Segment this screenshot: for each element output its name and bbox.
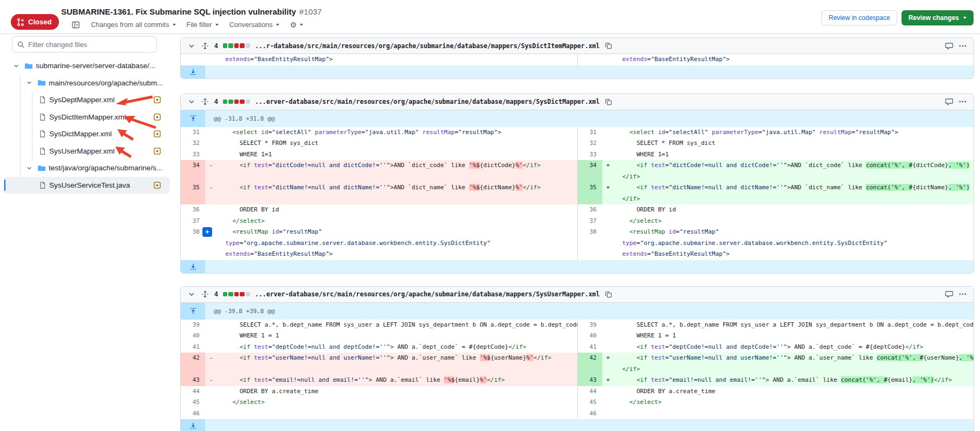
collapse-file-chevron-icon[interactable] [187,97,196,106]
line-number: 45 [181,397,205,408]
diff-line-right: 40 WHERE 1 = 1 [577,330,974,342]
code-line: <if test="dictCode!=null and dictCode!='… [615,160,974,171]
chevron-down-icon[interactable] [24,79,35,86]
code-cell: ORDER BY id [217,204,577,216]
kebab-menu-button[interactable] [958,290,967,299]
diff-card: 4...erver-database/src/main/resources/or… [180,286,974,431]
tree-item-file[interactable]: SysUserServiceTest.java [3,177,170,194]
diff-square-del [234,292,239,297]
tree-item-folder[interactable]: test/java/org/apache/submarine/s... [3,160,170,177]
code-line [615,408,974,420]
tree-item-folder[interactable]: main/resources/org/apache/subm... [3,75,170,92]
modified-file-icon [152,113,162,121]
tree-item-file[interactable]: SysDeptMapper.xml [3,91,170,109]
folder-icon [36,164,47,173]
tree-item-folder[interactable]: submarine-server/server-database/... [3,57,170,75]
review-in-codespace-button[interactable]: Review in codespace [821,10,897,25]
code-line: type="org.apache.submarine.server.databa… [218,238,577,249]
code-line: SELECT * FROM sys_dict [218,138,577,149]
code-line: <if test="dictName!=null and dictName!='… [218,182,577,194]
diff-line-right: type="org.apache.submarine.server.databa… [577,238,974,249]
diff-line-left: type="org.apache.submarine.server.databa… [181,238,577,249]
diff-line-right: extends="BaseEntityResultMap"> [577,249,974,260]
code-cell: SELECT * FROM sys_dict [614,138,974,149]
line-number: 42 [578,353,602,375]
changes-from-dropdown[interactable]: Changes from all commits [91,21,176,29]
tree-item-label: SysDictItemMapper.xml [49,113,126,121]
diff-sign [205,204,217,216]
diff-sign [602,397,614,408]
file-icon [37,147,48,155]
code-line: extends="BaseEntityResultMap"> [218,249,577,260]
expand-row [181,65,974,78]
chevron-down-icon[interactable] [24,165,35,171]
comment-button[interactable] [945,290,953,299]
file-tree: submarine-server/server-database/...main… [0,57,174,194]
code-cell: <if test="deptCode!=null and deptCode!='… [217,342,577,353]
code-cell: WHERE 1 = 1 [614,330,974,342]
line-number [578,54,602,65]
diff-sign [602,54,614,65]
code-line: <resultMap id="resultMap" [218,227,577,238]
code-cell: <if test="userName!=null and userName!='… [217,353,577,375]
filter-changed-files-input[interactable] [28,41,152,49]
copy-path-button[interactable] [604,290,613,299]
diff-line-row: 39 SELECT a.*, b.dept_name FROM sys_user… [181,320,974,331]
code-line: </if> [615,364,974,375]
toggle-file-tree-button[interactable] [71,21,80,29]
add-comment-button[interactable]: + [202,227,212,237]
pr-status-label: Closed [28,18,51,26]
file-filter-dropdown[interactable]: File filter [187,21,219,29]
expand-down-button[interactable] [181,65,205,78]
tree-item-file[interactable]: SysDictItemMapper.xml [3,109,170,126]
line-number: 43 [181,375,205,386]
code-cell: WHERE 1=1 [614,149,974,161]
diff-square-del [240,292,245,297]
code-cell: extends="BaseEntityResultMap"> [614,249,974,260]
expand-down-button[interactable] [181,260,205,273]
comment-button[interactable] [945,97,953,106]
tree-item-label: main/resources/org/apache/subm... [49,79,163,87]
kebab-menu-button[interactable] [958,42,967,50]
chevron-down-icon[interactable] [11,63,22,69]
line-number: 41 [181,342,205,353]
diff-sign [205,397,217,408]
diff-square-add [228,43,233,48]
expand-up-button[interactable] [181,303,205,320]
conversations-dropdown[interactable]: Conversations [229,21,279,29]
code-cell: <if test="email!=null and email!=''"> AN… [217,375,577,386]
diff-square-del [240,100,245,104]
review-changes-button[interactable]: Review changes [902,10,974,25]
tree-item-file[interactable]: SysDictMapper.xml [3,125,170,143]
diff-sign [602,330,614,342]
code-cell: </select> [217,397,577,408]
diff-square-add [228,292,233,297]
diff-settings-gear[interactable]: ⚙ [290,21,304,29]
diff-sign [602,386,614,397]
diff-line-left: 36 ORDER BY id [181,204,577,216]
code-cell: type="org.apache.submarine.server.databa… [614,238,974,249]
drag-handle-icon[interactable] [201,97,209,106]
diff-line-row: type="org.apache.submarine.server.databa… [181,238,974,249]
expand-down-button[interactable] [181,419,205,431]
copy-path-button[interactable] [604,98,613,106]
diff-line-left: extends="BaseEntityResultMap"> [181,249,577,260]
drag-handle-icon[interactable] [201,290,209,299]
collapse-file-chevron-icon[interactable] [187,42,196,50]
drag-handle-icon[interactable] [201,42,209,50]
diff-line-left: 45 </select> [181,397,577,408]
diff-sign: - [205,353,217,375]
copy-path-button[interactable] [604,42,613,50]
diff-line-row: 43- <if test="email!=null and email!=''"… [181,375,974,386]
code-cell: SELECT * FROM sys_dict [217,138,577,149]
collapse-file-chevron-icon[interactable] [187,290,196,299]
files-toolbar: Changes from all commits File filter Con… [71,21,303,29]
diff-sign [602,227,614,238]
tree-item-file[interactable]: SysUserMapper.xml [3,143,170,160]
kebab-menu-button[interactable] [958,97,967,106]
code-line: <if test="deptCode!=null and deptCode!='… [615,342,974,353]
comment-button[interactable] [945,42,953,50]
diff-line-right: extends="BaseEntityResultMap"> [577,54,974,65]
expand-up-button[interactable] [181,110,205,127]
diff-sign [205,149,217,161]
